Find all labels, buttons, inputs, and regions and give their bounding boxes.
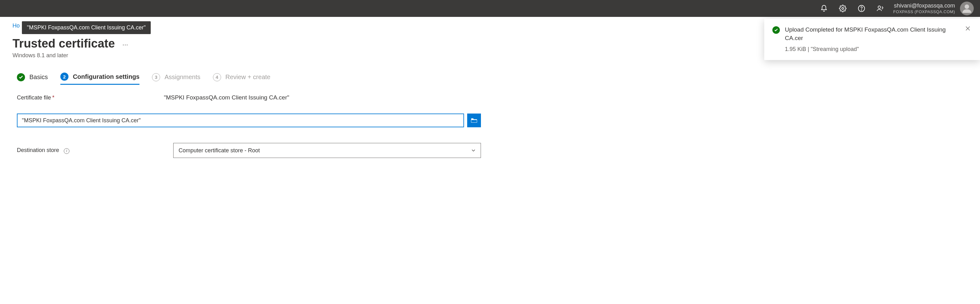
required-indicator: * — [52, 94, 54, 101]
step-review-create[interactable]: 4 Review + create — [213, 73, 270, 84]
certificate-file-name-display: "MSPKI FoxpassQA.com Client Issuing CA.c… — [164, 94, 289, 101]
step-label: Configuration settings — [73, 73, 140, 80]
step-number: 4 — [213, 73, 221, 81]
folder-icon — [471, 117, 477, 124]
svg-rect-5 — [471, 120, 477, 122]
step-label: Assignments — [164, 73, 200, 81]
svg-point-0 — [842, 8, 844, 10]
step-assignments[interactable]: 3 Assignments — [152, 73, 200, 84]
certificate-file-label: Certificate file* — [17, 94, 164, 101]
destination-store-label: Destination store i — [17, 147, 173, 154]
certificate-file-input-row: "MSPKI FoxpassQA.com Client Issuing CA.c… — [17, 113, 980, 127]
upload-toast: Upload Completed for MSPKI FoxpassQA.com… — [764, 19, 980, 60]
svg-point-3 — [878, 6, 881, 8]
destination-store-value: Computer certificate store - Root — [178, 147, 260, 154]
global-header: shivani@foxpassqa.com FOXPASS (FOXPASSQA… — [0, 0, 980, 17]
account-block[interactable]: shivani@foxpassqa.com FOXPASS (FOXPASSQA… — [893, 2, 974, 15]
step-number: 2 — [60, 73, 68, 81]
label-text: Certificate file — [17, 94, 51, 101]
account-text: shivani@foxpassqa.com FOXPASS (FOXPASSQA… — [893, 3, 955, 14]
account-tenant: FOXPASS (FOXPASSQA.COM) — [893, 10, 955, 14]
success-icon — [772, 26, 780, 34]
check-icon — [17, 73, 25, 81]
close-icon — [965, 25, 970, 31]
browse-file-button[interactable] — [467, 113, 481, 127]
step-label: Basics — [29, 73, 48, 81]
toast-detail: 1.95 KiB | "Streaming upload" — [785, 46, 972, 53]
step-label: Review + create — [226, 73, 270, 81]
breadcrumb-home-link[interactable]: Ho — [13, 22, 20, 29]
label-text: Destination store — [17, 147, 59, 153]
certificate-file-input[interactable]: "MSPKI FoxpassQA.com Client Issuing CA.c… — [17, 113, 464, 127]
destination-store-row: Destination store i Computer certificate… — [17, 143, 980, 158]
step-configuration-settings[interactable]: 2 Configuration settings — [60, 73, 140, 85]
page-title: Trusted certificate — [13, 37, 115, 50]
header-icon-group — [820, 5, 884, 12]
svg-point-2 — [861, 10, 862, 10]
breadcrumb-tooltip: "MSPKI FoxpassQA.com Client Issuing CA.c… — [22, 21, 151, 34]
destination-store-select[interactable]: Computer certificate store - Root — [173, 143, 481, 158]
chevron-down-icon — [471, 148, 476, 153]
toast-close-button[interactable] — [965, 25, 972, 32]
step-basics[interactable]: Basics — [17, 73, 48, 84]
step-number: 3 — [152, 73, 160, 81]
certificate-file-input-text: "MSPKI FoxpassQA.com Client Issuing CA.c… — [22, 117, 141, 124]
wizard-steps: Basics 2 Configuration settings 3 Assign… — [0, 59, 980, 85]
account-email: shivani@foxpassqa.com — [893, 3, 955, 10]
avatar[interactable] — [960, 2, 974, 15]
more-actions-icon[interactable]: ··· — [122, 39, 128, 49]
notifications-icon[interactable] — [820, 5, 828, 12]
certificate-file-row: Certificate file* "MSPKI FoxpassQA.com C… — [17, 94, 980, 101]
feedback-icon[interactable] — [877, 5, 884, 12]
toast-message: Upload Completed for MSPKI FoxpassQA.com… — [785, 25, 954, 42]
info-icon[interactable]: i — [64, 148, 69, 154]
help-icon[interactable] — [858, 5, 865, 12]
form-area: Certificate file* "MSPKI FoxpassQA.com C… — [0, 85, 980, 101]
svg-point-4 — [965, 5, 969, 9]
settings-icon[interactable] — [839, 5, 846, 12]
